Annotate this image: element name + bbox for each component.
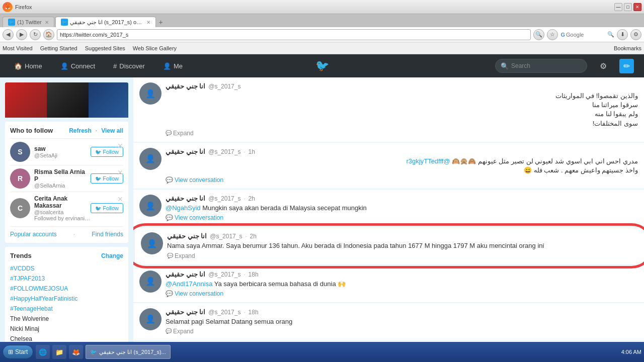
- follow-label-1: Follow: [103, 175, 119, 182]
- view-conversation-1[interactable]: 💬 View conversation: [166, 176, 638, 184]
- avatar-letter-1: R: [18, 174, 23, 183]
- google-input[interactable]: [566, 32, 606, 38]
- tweet-handle-4: @s_2017_s: [208, 271, 240, 278]
- nav-discover[interactable]: # Discover: [109, 60, 149, 72]
- follow-button-2[interactable]: 🐦 Follow: [91, 203, 123, 213]
- taskbar-right: 4:06 AM: [621, 349, 641, 355]
- tweet-4: 👤 انا جني حقيقي @s_2017_s · 18h @Andi17A…: [133, 265, 644, 302]
- taskbar-task-twitter[interactable]: 🐦 انا جني حقيقي (s_2017_s)...: [86, 345, 170, 359]
- tweet-text-3: Nama saya Ammar. Saya berumur 136 tahun.…: [167, 241, 638, 250]
- popular-accounts-link[interactable]: Popular accounts: [10, 231, 57, 238]
- trend-5[interactable]: The Wolverine: [10, 314, 123, 324]
- tweet-time-4: 18h: [249, 271, 259, 278]
- view-all-suggestions[interactable]: View all: [101, 127, 123, 134]
- tab-close-2[interactable]: ✕: [146, 20, 150, 25]
- tweet-avatar-0: 👤: [139, 82, 162, 105]
- left-sidebar: Who to follow Refresh · View all S saw @…: [0, 77, 133, 362]
- conversation-icon-2: 💬: [166, 214, 173, 221]
- user-handle-0: @SetaAji: [34, 152, 91, 158]
- google-search-box[interactable]: G 🔍: [560, 31, 614, 38]
- nav-connect-label: Connect: [71, 62, 95, 70]
- trend-0[interactable]: #VCDDS: [10, 263, 123, 274]
- popular-accounts-section: Popular accounts · Find friends: [10, 226, 123, 238]
- tweet-0: 👤 انا جني حقيقي @s_2017_s والذين تقمصوا!…: [133, 77, 644, 142]
- back-button[interactable]: ◀: [3, 29, 14, 40]
- search-input[interactable]: [511, 62, 582, 69]
- nav-home[interactable]: 🏠 Home: [10, 60, 46, 72]
- trends-change[interactable]: Change: [101, 252, 123, 259]
- twitter-bird-logo: 🐦: [315, 59, 329, 72]
- search-box[interactable]: 🔍: [495, 59, 587, 73]
- settings-nav-button[interactable]: ⚙: [630, 29, 641, 40]
- bookmark-most-visited[interactable]: Most Visited: [3, 45, 33, 51]
- tweet-username-5: انا جني حقيقي: [166, 308, 205, 316]
- trend-6[interactable]: Nicki Minaj: [10, 324, 123, 334]
- tab-profile[interactable]: 🐦 انا جني حقيقي (s_2017_s) on Twitter ✕: [55, 17, 156, 27]
- bookmark-suggested-sites[interactable]: Suggested Sites: [85, 45, 125, 51]
- dismiss-1[interactable]: ✕: [117, 168, 123, 176]
- trends-title: Trends: [10, 252, 32, 259]
- search-address-button[interactable]: 🔍: [533, 29, 544, 40]
- nav-connect[interactable]: 👤 Connect: [56, 60, 99, 72]
- tweet-3-wrapper: 👤 انا جني حقيقي @s_2017_s · 2h Nama saya…: [133, 227, 644, 264]
- trend-3[interactable]: #HappyHalfYearFatinistic: [10, 294, 123, 304]
- close-button[interactable]: ✕: [633, 3, 641, 11]
- settings-icon[interactable]: ⚙: [597, 59, 609, 73]
- follow-item-1: R Risma Sella Arnia P @SellaArnia 🐦 Foll…: [10, 165, 123, 192]
- main-feed: 👤 انا جني حقيقي @s_2017_s والذين تقمصوا!…: [133, 77, 644, 362]
- conversation-icon-1: 💬: [166, 176, 173, 184]
- minimize-button[interactable]: —: [614, 3, 622, 11]
- tweet-username-2: انا جني حقيقي: [166, 195, 205, 202]
- taskbar-time: 4:06 AM: [621, 349, 641, 355]
- trend-2[interactable]: #FOLLOWMEJOSUA: [10, 284, 123, 294]
- nav-me[interactable]: 👤 Me: [159, 60, 187, 72]
- bookmark-web-slice[interactable]: Web Slice Gallery: [133, 45, 177, 51]
- dismiss-2[interactable]: ✕: [117, 195, 123, 203]
- find-friends-link[interactable]: Find friends: [92, 231, 123, 238]
- start-button[interactable]: ⊞ Start: [3, 345, 33, 359]
- taskbar-firefox-icon[interactable]: 🦊: [69, 345, 83, 359]
- bookmarks-label[interactable]: Bookmarks: [614, 45, 641, 51]
- tweet-expand-0[interactable]: Expand: [166, 130, 638, 137]
- content-area: Who to follow Refresh · View all S saw @…: [0, 77, 644, 362]
- tweet-content-2: انا جني حقيقي @s_2017_s · 2h @NgahSyid M…: [166, 195, 638, 221]
- avatar-0: S: [10, 142, 30, 162]
- tweet-handle-3: @s_2017_s: [210, 233, 242, 240]
- tweet-time-2: 2h: [249, 195, 255, 202]
- tweet-2: 👤 انا جني حقيقي @s_2017_s · 2h @NgahSyid…: [133, 190, 644, 226]
- refresh-button[interactable]: ↻: [30, 29, 41, 40]
- tweet-expand-3[interactable]: Expand: [167, 252, 638, 259]
- tweet-dot-4: ·: [244, 272, 245, 278]
- address-input[interactable]: [57, 29, 531, 40]
- forward-button[interactable]: ▶: [16, 29, 27, 40]
- home-icon: 🏠: [14, 62, 22, 70]
- google-search-icon[interactable]: 🔍: [607, 31, 614, 38]
- bookmark-star[interactable]: ☆: [547, 29, 558, 40]
- tab-close-1[interactable]: ✕: [45, 20, 49, 25]
- conversation-icon-4: 💬: [166, 290, 173, 297]
- refresh-suggestions[interactable]: Refresh: [69, 127, 92, 134]
- download-button[interactable]: ⬇: [617, 29, 628, 40]
- tweet-avatar-3: 👤: [141, 232, 163, 254]
- dismiss-0[interactable]: ✕: [117, 142, 123, 150]
- bookmark-getting-started[interactable]: Getting Started: [40, 45, 77, 51]
- taskbar-folder-icon[interactable]: 📁: [52, 345, 66, 359]
- tweet-expand-5[interactable]: Expand: [166, 328, 638, 335]
- tab-twitter[interactable]: 🐦 (1) Twitter ✕: [3, 17, 54, 27]
- new-tab-button[interactable]: +: [156, 17, 166, 27]
- view-conversation-4[interactable]: 💬 View conversation: [166, 290, 638, 297]
- home-nav-button[interactable]: 🏠: [43, 29, 54, 40]
- tweet-text-2: @NgahSyid Mungkin saya akan berada di Ma…: [166, 204, 638, 213]
- maximize-button[interactable]: □: [624, 3, 632, 11]
- tweet-header-4: انا جني حقيقي @s_2017_s · 18h: [166, 270, 638, 278]
- compose-button[interactable]: ✏: [619, 59, 634, 73]
- avatar-2: C: [10, 198, 30, 218]
- who-to-follow-widget: Who to follow Refresh · View all S saw @…: [5, 122, 128, 243]
- taskbar-ie-icon[interactable]: 🌐: [36, 345, 50, 359]
- view-conversation-2[interactable]: 💬 View conversation: [166, 214, 638, 221]
- trend-4[interactable]: #TeenageHebat: [10, 304, 123, 314]
- trend-1[interactable]: #TJPAF2013: [10, 274, 123, 284]
- connect-icon: 👤: [60, 62, 68, 70]
- bookmarks-bar: Most Visited Getting Started Suggested S…: [0, 42, 644, 54]
- profile-banner: [5, 82, 128, 118]
